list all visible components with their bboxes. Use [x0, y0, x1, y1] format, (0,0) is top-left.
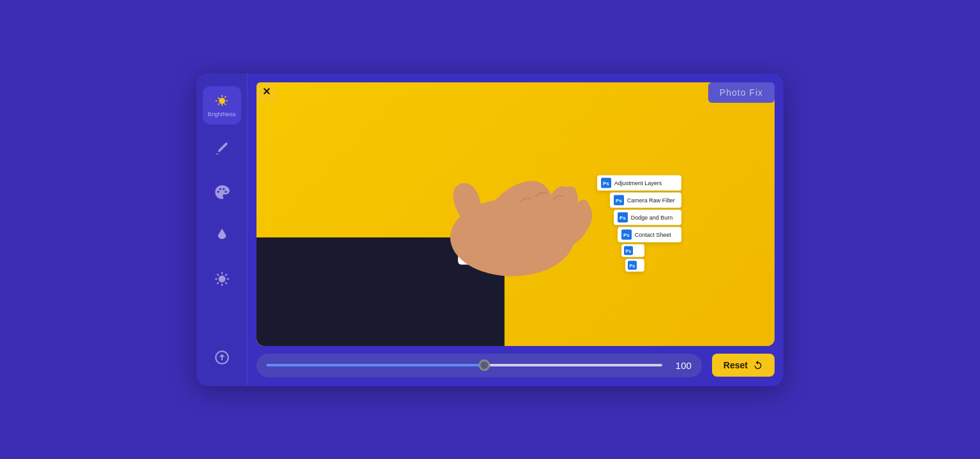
ps-card-contact-sheet: Ps Contact Sheet [618, 227, 681, 243]
ps-card-adjustment-layers: Ps Adjustment Layers [597, 176, 681, 191]
ps-card-mini-1: Ps [621, 245, 644, 257]
slider-track[interactable] [267, 364, 662, 366]
sidebar-tool-brush[interactable] [203, 130, 241, 168]
light-icon [214, 271, 230, 287]
photo-fix-button[interactable]: Photo Fix [708, 82, 775, 103]
sidebar-tool-drop[interactable] [203, 216, 241, 255]
ps-card-dodge-burn: Ps Dodge and Burn [614, 210, 681, 225]
ps-icon-4: Ps [621, 230, 632, 240]
ps-icon-2: Ps [614, 195, 624, 206]
ps-card-camera-raw: Ps Camera Raw Filter [610, 193, 681, 208]
drop-icon [214, 227, 230, 244]
slider-container: 100 [256, 354, 702, 377]
sidebar-tool-light[interactable] [203, 260, 241, 298]
export-icon [214, 349, 230, 366]
svg-line-7 [225, 274, 226, 275]
svg-line-8 [217, 282, 218, 283]
brightness-label: BrightNess [207, 112, 235, 118]
sidebar-tool-palette[interactable] [203, 173, 241, 211]
reset-icon [753, 360, 763, 370]
close-icon: ✕ [262, 87, 271, 97]
ps-icon-1: Ps [601, 178, 611, 188]
ps-card-text-1: Adjustment Layers [614, 180, 662, 186]
svg-line-5 [217, 274, 218, 275]
svg-line-6 [225, 282, 226, 283]
reset-button[interactable]: Reset [712, 354, 775, 377]
palette-icon [214, 184, 230, 200]
sidebar: BrightNess [197, 73, 248, 386]
export-button[interactable] [203, 342, 241, 373]
content-area: Photo Fix ✕ [248, 73, 783, 386]
close-button[interactable]: ✕ [256, 82, 276, 102]
ps-card-text-4: Contact Sheet [635, 232, 671, 238]
image-canvas: Ps Adjustment Layers Ps Camera Raw Filte… [256, 82, 775, 346]
bottom-controls: 100 Reset [256, 346, 775, 377]
main-panel: BrightNess [197, 73, 783, 386]
ps-icon-3: Ps [618, 213, 628, 223]
ps-card-text-3: Dodge and Burn [631, 214, 673, 221]
svg-point-0 [218, 275, 225, 282]
slider-thumb[interactable] [479, 359, 490, 371]
reset-label: Reset [724, 360, 748, 370]
ps-icon-5: Ps [624, 246, 633, 255]
brush-icon [214, 140, 230, 157]
slider-fill [267, 364, 484, 366]
ps-card-text-2: Camera Raw Filter [627, 197, 675, 204]
image-canvas-inner: Ps Adjustment Layers Ps Camera Raw Filte… [256, 82, 775, 346]
ps-cards-container: Ps Adjustment Layers Ps Camera Raw Filte… [597, 176, 681, 272]
sidebar-tool-brightness[interactable]: BrightNess [203, 86, 241, 124]
slider-value: 100 [671, 360, 692, 371]
ps-card-mini-2: Ps [625, 259, 644, 272]
ps-icon-6: Ps [628, 261, 637, 270]
sun-icon [214, 93, 230, 109]
hand-illustration [256, 82, 775, 346]
